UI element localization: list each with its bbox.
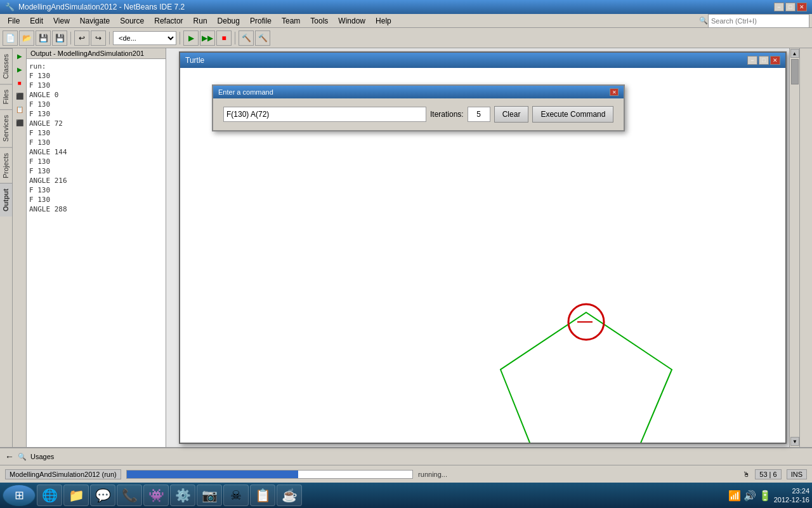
iterations-input[interactable] [468,107,490,122]
open-button[interactable]: 📂 [19,30,34,46]
output-content[interactable]: run: F 130 F 130 ANGLE 0 F 130 F 130 ANG… [27,59,166,447]
taskbar-java[interactable]: ☕ [277,485,302,506]
toolbar: 📄 📂 💾 💾 ↩ ↪ <de... ▶ ▶▶ ■ 🔨 🔨 [0,28,812,48]
redo-button[interactable]: ↪ [91,30,106,46]
run-icon-2[interactable]: ▶ [13,63,26,76]
menu-debug[interactable]: Debug [213,15,245,27]
vtab-output[interactable]: Output [0,183,12,217]
build-button[interactable]: 🔨 [239,30,254,46]
run-icon[interactable]: ▶ [13,50,26,62]
vtab-files[interactable]: Files [0,84,12,109]
command-input[interactable] [223,107,426,122]
menu-bar: File Edit View Navigate Source Refactor … [0,14,812,28]
sidebar-icon-4[interactable]: ⬛ [13,90,26,102]
menu-team[interactable]: Team [277,15,305,27]
status-bar: ModellingAndSimulation2012 (run) running… [0,465,812,483]
menu-run[interactable]: Run [188,15,213,27]
menu-help[interactable]: Help [370,15,396,27]
cursor-icon: 🖱 [743,471,750,478]
taskbar-app-4[interactable]: 📞 [117,485,142,506]
output-line: ANGLE 216 [29,176,163,185]
vertical-tabs: Classes Files Services Projects Output [0,48,13,447]
turtle-close-button[interactable]: ✕ [770,56,780,65]
output-line: F 130 [29,166,163,176]
menu-tools[interactable]: Tools [305,15,333,27]
scroll-up-button[interactable]: ▲ [790,49,799,58]
debug-button[interactable]: ▶▶ [200,30,215,46]
scroll-down-button[interactable]: ▼ [790,437,799,446]
command-row: Iterations: Clear Execute Command [223,106,613,123]
start-button[interactable]: ⊞ [3,485,36,506]
insert-mode: INS [787,469,807,479]
execute-command-button[interactable]: Execute Command [532,106,613,123]
taskbar-network-icon[interactable]: 📶 [728,490,741,502]
menu-navigate[interactable]: Navigate [75,15,115,27]
vtab-classes[interactable]: Classes [0,48,12,84]
taskbar-battery-icon[interactable]: 🔋 [759,490,771,502]
toolbar-separator-1 [70,32,71,44]
usages-icon: 🔍 [18,453,27,461]
menu-file[interactable]: File [3,15,25,27]
command-dialog: Enter a command ✕ Iterations: Clear Exec… [212,84,625,131]
usages-label: Usages [30,453,54,460]
menu-refactor[interactable]: Refactor [149,15,188,27]
undo-button[interactable]: ↩ [74,30,89,46]
stop-icon[interactable]: ■ [13,76,26,89]
turtle-title-bar: Turtle − □ ✕ [180,53,785,68]
pentagon-shape [501,312,672,443]
command-body: Iterations: Clear Execute Command [213,98,624,130]
output-panel: Output - ModellingAndSimulation201 run: … [27,48,166,447]
bottom-bar: ← 🔍 Usages [0,447,812,465]
title-bar: 🔧 ModellingAndSimulation2012 - NetBeans … [0,0,812,14]
taskbar-app-9[interactable]: 📋 [250,485,275,506]
taskbar-app-8[interactable]: ☠ [223,485,249,506]
minimize-button[interactable]: − [774,3,784,11]
taskbar-sound-icon[interactable]: 🔊 [743,490,756,502]
menu-profile[interactable]: Profile [245,15,277,27]
title-bar-left: 🔧 ModellingAndSimulation2012 - NetBeans … [5,3,185,11]
turtle-minimize-button[interactable]: − [747,56,757,65]
menu-view[interactable]: View [48,15,75,27]
taskbar: ⊞ 🌐 📁 💬 📞 👾 ⚙️ 📷 ☠ 📋 ☕ 📶 🔊 🔋 23:24 2012-… [0,483,812,508]
turtle-maximize-button[interactable]: □ [759,56,769,65]
scroll-thumb[interactable] [791,59,799,84]
output-line: F 130 [29,71,163,81]
save-button[interactable]: 💾 [36,30,51,46]
command-close-button[interactable]: ✕ [610,88,619,96]
output-line: F 130 [29,109,163,119]
system-clock[interactable]: 23:24 2012-12-16 [774,486,809,505]
title-bar-controls: − □ ✕ [774,3,807,11]
save-all-button[interactable]: 💾 [52,30,67,46]
new-button[interactable]: 📄 [3,30,18,46]
taskbar-app-5[interactable]: 👾 [143,485,169,506]
taskbar-app-7[interactable]: 📷 [197,485,222,506]
toolbar-separator-2 [109,32,110,44]
taskbar-browser[interactable]: 🌐 [37,485,62,506]
menu-window[interactable]: Window [333,15,370,27]
taskbar-files[interactable]: 📁 [63,485,89,506]
bottom-icon-1[interactable]: ← [5,451,14,462]
sidebar-icon-5[interactable]: 📋 [13,103,26,116]
menu-source[interactable]: Source [115,15,149,27]
sidebar-icon-6[interactable]: ⬛ [13,116,26,129]
project-dropdown[interactable]: <de... [113,31,176,45]
close-button[interactable]: ✕ [797,3,807,11]
output-line: ANGLE 144 [29,147,163,157]
search-input[interactable] [708,14,809,28]
vtab-services[interactable]: Services [0,109,12,147]
cursor-position: 53 | 6 [755,469,781,479]
taskbar-app-6[interactable]: ⚙️ [170,485,195,506]
output-line: run: [29,62,163,71]
output-line: ANGLE 72 [29,119,163,128]
maximize-button[interactable]: □ [785,3,796,11]
vertical-scrollbar[interactable]: ▲ ▼ [789,48,799,447]
turtle-dialog: Turtle − □ ✕ Enter a command ✕ Iteration… [179,51,787,444]
clean-build-button[interactable]: 🔨 [255,30,270,46]
run-button[interactable]: ▶ [183,30,199,46]
clock-time: 23:24 [774,486,809,495]
stop-button[interactable]: ■ [216,30,232,46]
taskbar-skype[interactable]: 💬 [90,485,115,506]
vtab-projects[interactable]: Projects [0,147,12,184]
menu-edit[interactable]: Edit [25,15,48,27]
clear-button[interactable]: Clear [494,106,529,123]
